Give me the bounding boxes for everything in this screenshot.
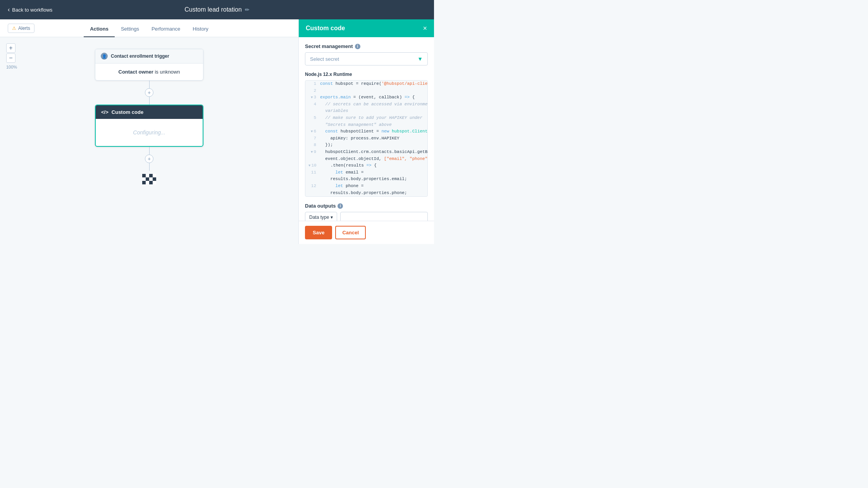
code-line-11b: results.body.properties.email; (305, 176, 427, 183)
trigger-node-body: Contact owner is unknown (95, 64, 203, 80)
zoom-controls: + − 100% (6, 43, 17, 69)
custom-code-node-header: </> Custom code (96, 105, 203, 119)
code-line-2: 2 (305, 88, 427, 95)
tabs-bar: ⚠ Alerts Actions Settings Performance Hi… (0, 19, 298, 37)
trigger-node-header: 👤 Contact enrollment trigger (95, 49, 203, 64)
code-line-8: 8 }); (305, 142, 427, 149)
data-outputs-info-icon[interactable]: i (338, 203, 343, 209)
custom-code-node-body: Configuring... (96, 119, 203, 146)
back-chevron-icon: ‹ (8, 6, 10, 13)
code-line-7: 7 apiKey: process.env.HAPIKEY (305, 135, 427, 142)
connector-line-1 (149, 81, 150, 88)
workflow-canvas: + − 100% 👤 Contact enrollment trigger (0, 37, 298, 244)
connector-line-4 (149, 163, 150, 171)
top-bar: ‹ Back to workflows Custom lead rotation… (0, 0, 434, 19)
back-label: Back to workflows (12, 7, 52, 13)
zoom-out-button[interactable]: − (6, 53, 16, 63)
alerts-button[interactable]: ⚠ Alerts (8, 24, 34, 33)
code-line-12b: results.body.properties.phone; (305, 190, 427, 197)
zoom-level: 100% (6, 65, 17, 69)
connector-line-2 (149, 97, 150, 105)
code-line-4: 4 // secrets can be accessed via environ… (305, 101, 427, 108)
secret-management-label: Secret management i (305, 43, 428, 49)
close-panel-button[interactable]: × (423, 25, 427, 32)
runtime-label: Node.js 12.x Runtime (305, 72, 428, 77)
tab-history[interactable]: History (186, 21, 214, 37)
code-line-5b: "Secrets management" above (305, 122, 427, 129)
code-line-6: ▼6 const hubspotClient = new hubspot.Cli… (305, 128, 427, 135)
zoom-in-button[interactable]: + (6, 43, 16, 53)
panel-header: Custom code × (299, 19, 434, 37)
data-output-name-input[interactable] (340, 212, 428, 221)
edit-title-icon[interactable]: ✏ (245, 7, 250, 13)
data-outputs-label: Data outputs i (305, 203, 428, 209)
code-line-4b: variables (305, 108, 427, 115)
workflow-title: Custom lead rotation ✏ (184, 6, 250, 13)
checkered-flag-icon (142, 174, 156, 185)
back-to-workflows-link[interactable]: ‹ Back to workflows (8, 6, 52, 13)
trigger-condition-rest: is unknown (153, 69, 180, 75)
secret-placeholder: Select secret (310, 56, 339, 62)
finish-flag (142, 174, 156, 185)
secret-select-dropdown[interactable]: Select secret ▼ (305, 52, 428, 65)
connector-line-3 (149, 147, 150, 155)
code-line-11: 11 let email = (305, 169, 427, 176)
panel-body: Secret management i Select secret ▼ Node… (299, 37, 434, 221)
code-line-5: 5 // make sure to add your HAPIKEY under (305, 115, 427, 122)
code-line-12: 12 let phone = (305, 183, 427, 190)
save-button[interactable]: Save (305, 226, 332, 239)
custom-code-node-title: Custom code (112, 109, 143, 115)
trigger-condition-bold: Contact owner (119, 69, 153, 75)
trigger-node[interactable]: 👤 Contact enrollment trigger Contact own… (95, 49, 203, 81)
data-type-dropdown[interactable]: Data type ▾ (305, 212, 337, 221)
cancel-button[interactable]: Cancel (335, 226, 366, 239)
workflow-title-text: Custom lead rotation (184, 6, 242, 13)
code-brackets-icon: </> (101, 109, 108, 115)
add-step-button-2[interactable]: + (145, 155, 153, 163)
trigger-node-title: Contact enrollment trigger (111, 53, 169, 59)
right-panel: Custom code × Secret management i Select… (298, 19, 434, 244)
custom-code-node[interactable]: </> Custom code Configuring... (95, 105, 203, 147)
secret-info-icon[interactable]: i (355, 44, 360, 49)
canvas-area: ⚠ Alerts Actions Settings Performance Hi… (0, 19, 298, 244)
code-line-9b: event.object.objectId, ["email", "phone"… (305, 156, 427, 163)
data-type-label: Data type (309, 215, 329, 220)
trigger-condition: Contact owner is unknown (101, 69, 198, 75)
add-step-button-1[interactable]: + (145, 88, 153, 97)
data-type-dropdown-arrow-icon: ▾ (331, 215, 333, 220)
workflow-nodes: 👤 Contact enrollment trigger Contact own… (95, 49, 203, 185)
alert-icon: ⚠ (12, 26, 16, 31)
data-outputs-row: Data type ▾ (305, 212, 428, 221)
code-line-9: ▼9 hubspotClient.crm.contacts.basicApi.g… (305, 149, 427, 156)
code-editor[interactable]: 1 const hubspot = require('@hubspot/api-… (305, 80, 428, 197)
main-content: ⚠ Alerts Actions Settings Performance Hi… (0, 19, 434, 244)
code-line-10: ▼10 .then(results => { (305, 162, 427, 169)
tab-performance[interactable]: Performance (145, 21, 186, 37)
alerts-label: Alerts (18, 26, 30, 31)
panel-footer: Save Cancel (299, 221, 434, 244)
panel-title: Custom code (306, 25, 345, 32)
code-line-1: 1 const hubspot = require('@hubspot/api-… (305, 81, 427, 88)
tab-actions[interactable]: Actions (84, 21, 115, 37)
configuring-text: Configuring... (133, 129, 165, 136)
person-icon: 👤 (101, 53, 108, 60)
data-outputs-section: Data outputs i Data type ▾ (305, 203, 428, 221)
code-line-3: ▼3 exports.main = (event, callback) => { (305, 94, 427, 101)
tab-settings[interactable]: Settings (115, 21, 145, 37)
secret-dropdown-arrow-icon: ▼ (417, 56, 423, 62)
